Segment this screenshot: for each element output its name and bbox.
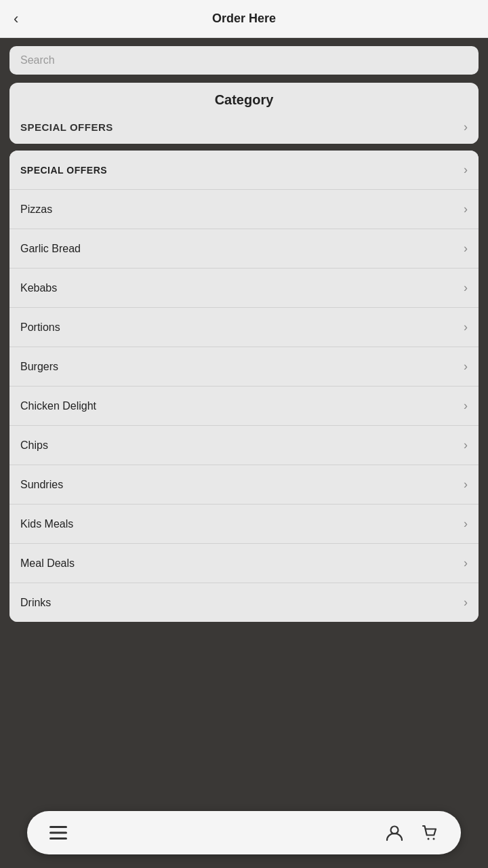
back-button[interactable]: ‹ <box>14 10 18 28</box>
list-item-label: Meal Deals <box>20 557 75 570</box>
list-item[interactable]: Kebabs› <box>9 269 479 308</box>
list-item[interactable]: Garlic Bread› <box>9 229 479 269</box>
header: ‹ Order Here <box>0 0 488 38</box>
cart-icon[interactable] <box>415 818 445 848</box>
list-item[interactable]: Burgers› <box>9 347 479 387</box>
list-item-label: Kids Meals <box>20 518 73 530</box>
menu-list: SPECIAL OFFERS›Pizzas›Garlic Bread›Kebab… <box>9 151 479 622</box>
category-card: Category SPECIAL OFFERS › <box>9 83 479 144</box>
list-item-label: Garlic Bread <box>20 243 81 255</box>
menu-icon[interactable] <box>43 818 73 848</box>
list-item[interactable]: Sundries› <box>9 465 479 505</box>
chevron-right-icon: › <box>464 320 468 334</box>
svg-rect-1 <box>49 832 67 834</box>
bottom-nav <box>27 811 461 854</box>
svg-point-3 <box>391 827 399 834</box>
list-item[interactable]: Kids Meals› <box>9 505 479 544</box>
search-container <box>0 38 488 83</box>
chevron-right-icon: › <box>464 438 468 452</box>
list-item-label: SPECIAL OFFERS <box>20 165 107 176</box>
list-item-label: Burgers <box>20 361 58 373</box>
profile-icon[interactable] <box>380 818 409 848</box>
chevron-right-icon: › <box>464 517 468 531</box>
list-item[interactable]: Chips› <box>9 426 479 465</box>
chevron-right-icon: › <box>464 281 468 295</box>
list-item[interactable]: Portions› <box>9 308 479 347</box>
page-title: Order Here <box>212 12 276 26</box>
search-input[interactable] <box>9 46 479 75</box>
list-item-label: Pizzas <box>20 203 52 216</box>
svg-rect-0 <box>49 826 67 828</box>
chevron-right-icon: › <box>464 120 468 134</box>
chevron-right-icon: › <box>464 595 468 610</box>
category-selected-label: SPECIAL OFFERS <box>20 121 113 133</box>
chevron-right-icon: › <box>464 202 468 216</box>
list-item-label: Kebabs <box>20 282 57 294</box>
category-heading: Category <box>9 83 479 111</box>
list-item[interactable]: Pizzas› <box>9 190 479 229</box>
chevron-right-icon: › <box>464 241 468 256</box>
list-item-label: Chicken Delight <box>20 400 96 412</box>
list-item[interactable]: Drinks› <box>9 583 479 622</box>
chevron-right-icon: › <box>464 399 468 413</box>
list-item[interactable]: SPECIAL OFFERS› <box>9 151 479 190</box>
svg-rect-2 <box>49 837 67 840</box>
list-item[interactable]: Chicken Delight› <box>9 387 479 426</box>
list-item-label: Chips <box>20 439 48 452</box>
list-item[interactable]: Meal Deals› <box>9 544 479 583</box>
chevron-right-icon: › <box>464 477 468 492</box>
svg-point-5 <box>433 838 435 840</box>
list-item-label: Sundries <box>20 479 63 491</box>
list-item-label: Portions <box>20 321 60 334</box>
chevron-right-icon: › <box>464 359 468 374</box>
chevron-right-icon: › <box>464 163 468 177</box>
list-item-label: Drinks <box>20 597 51 609</box>
chevron-right-icon: › <box>464 556 468 570</box>
category-selected-row[interactable]: SPECIAL OFFERS › <box>9 111 479 144</box>
svg-point-4 <box>428 838 430 840</box>
